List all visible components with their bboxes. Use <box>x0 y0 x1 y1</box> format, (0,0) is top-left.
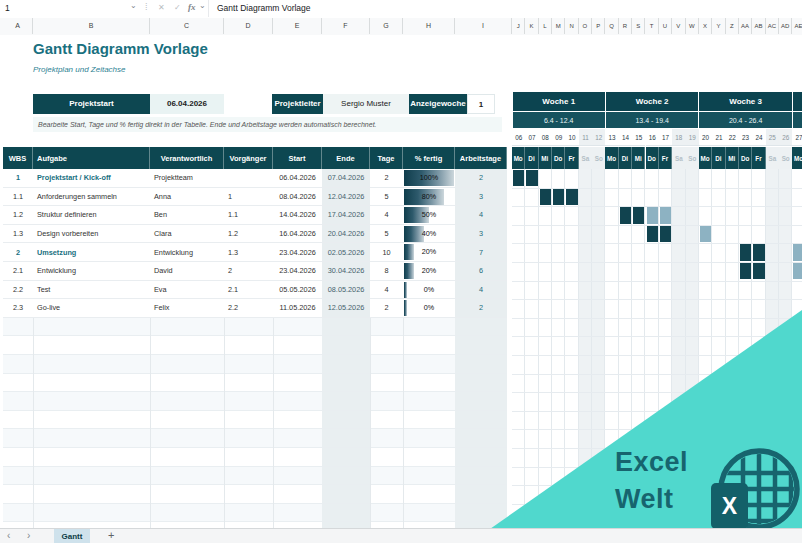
project-lead-value[interactable]: Sergio Muster <box>323 94 409 114</box>
cell-days[interactable]: 4 <box>370 281 403 300</box>
column-header-F[interactable]: F <box>322 18 370 34</box>
column-header-S[interactable]: S <box>632 18 645 34</box>
cell-task[interactable]: Go-live <box>33 299 150 318</box>
cell-task[interactable]: Anforderungen sammeln <box>33 188 150 207</box>
table-header-Aufgabe[interactable]: Aufgabe <box>33 147 150 169</box>
cell-days[interactable]: 2 <box>370 169 403 188</box>
cell-start[interactable]: 05.05.2026 <box>273 281 322 300</box>
gantt-column[interactable] <box>512 169 525 528</box>
cell-pred[interactable] <box>224 169 273 188</box>
confirm-icon[interactable]: ✓ <box>174 3 181 12</box>
table-header-Ende[interactable]: Ende <box>322 147 370 169</box>
progress-cell[interactable]: 40% <box>403 225 455 244</box>
column-header-AD[interactable]: AD <box>779 18 792 34</box>
cell-wbs[interactable]: 1.1 <box>3 188 33 207</box>
cell-task[interactable]: Entwicklung <box>33 262 150 281</box>
cell-start[interactable]: 06.04.2026 <box>273 169 322 188</box>
column-header-M[interactable]: M <box>552 18 565 34</box>
empty-row[interactable] <box>3 336 507 355</box>
cell-task[interactable]: Projektstart / Kick-off <box>33 169 150 188</box>
progress-cell[interactable]: 50% <box>403 206 455 225</box>
cell-days[interactable]: 8 <box>370 262 403 281</box>
cell-workdays[interactable]: 6 <box>455 262 507 281</box>
empty-row[interactable] <box>3 411 507 430</box>
cell-workdays[interactable]: 2 <box>455 299 507 318</box>
cell-start[interactable]: 14.04.2026 <box>273 206 322 225</box>
cell-pred[interactable]: 2 <box>224 262 273 281</box>
column-header-N[interactable]: N <box>565 18 578 34</box>
column-header-T[interactable]: T <box>646 18 659 34</box>
column-header-E[interactable]: E <box>273 18 322 34</box>
next-sheet-arrow[interactable]: › <box>27 529 30 543</box>
cell-wbs[interactable]: 1.3 <box>3 225 33 244</box>
empty-row[interactable] <box>3 485 507 504</box>
column-header-L[interactable]: L <box>539 18 552 34</box>
cell-end[interactable]: 17.04.2026 <box>322 206 370 225</box>
cell-start[interactable]: 08.04.2026 <box>273 188 322 207</box>
formula-input[interactable]: Gantt Diagramm Vorlage <box>208 0 802 17</box>
column-header-Z[interactable]: Z <box>726 18 739 34</box>
cell-owner[interactable]: Projektteam <box>150 169 224 188</box>
column-header-Y[interactable]: Y <box>712 18 725 34</box>
column-header-A[interactable]: A <box>3 18 33 34</box>
progress-cell[interactable]: 20% <box>403 262 455 281</box>
cell-pred[interactable]: 1.2 <box>224 225 273 244</box>
cell-wbs[interactable]: 2 <box>3 243 33 262</box>
cell-wbs[interactable]: 2.1 <box>3 262 33 281</box>
cell-workdays[interactable]: 4 <box>455 206 507 225</box>
cell-owner[interactable]: Clara <box>150 225 224 244</box>
empty-row[interactable] <box>3 504 507 523</box>
empty-row[interactable] <box>3 467 507 486</box>
column-header-AC[interactable]: AC <box>766 18 779 34</box>
cell-days[interactable]: 4 <box>370 206 403 225</box>
cell-pred[interactable]: 2.2 <box>224 299 273 318</box>
gantt-column[interactable] <box>552 169 565 528</box>
column-header-J[interactable]: J <box>512 18 525 34</box>
table-header-Start[interactable]: Start <box>273 147 322 169</box>
cell-end[interactable]: 07.04.2026 <box>322 169 370 188</box>
gantt-column[interactable] <box>539 169 552 528</box>
column-header-B[interactable]: B <box>33 18 150 34</box>
column-header-V[interactable]: V <box>672 18 685 34</box>
cell-task[interactable]: Design vorbereiten <box>33 225 150 244</box>
table-header-% fertig[interactable]: % fertig <box>403 147 455 169</box>
cell-start[interactable]: 11.05.2026 <box>273 299 322 318</box>
column-header-I[interactable]: I <box>455 18 512 34</box>
column-header-X[interactable]: X <box>699 18 712 34</box>
cell-task[interactable]: Umsetzung <box>33 243 150 262</box>
table-header-Arbeitstage[interactable]: Arbeitstage <box>455 147 507 169</box>
column-header-AE[interactable]: AE <box>792 18 802 34</box>
cell-owner[interactable]: David <box>150 262 224 281</box>
cell-owner[interactable]: Felix <box>150 299 224 318</box>
empty-row[interactable] <box>3 355 507 374</box>
progress-cell[interactable]: 20% <box>403 243 455 262</box>
cell-owner[interactable]: Anna <box>150 188 224 207</box>
cell-days[interactable]: 5 <box>370 225 403 244</box>
cell-start[interactable]: 23.04.2026 <box>273 262 322 281</box>
empty-row[interactable] <box>3 448 507 467</box>
empty-row[interactable] <box>3 318 507 337</box>
add-sheet-button[interactable]: + <box>108 529 114 543</box>
column-header-H[interactable]: H <box>403 18 455 34</box>
prev-sheet-arrow[interactable]: ‹ <box>7 529 10 543</box>
cell-start[interactable]: 16.04.2026 <box>273 225 322 244</box>
table-header-Verantwortlich[interactable]: Verantwortlich <box>150 147 224 169</box>
cancel-icon[interactable]: ✕ <box>158 3 165 12</box>
cell-workdays[interactable]: 3 <box>455 188 507 207</box>
gantt-column[interactable] <box>525 169 538 528</box>
table-header-WBS[interactable]: WBS <box>3 147 33 169</box>
cell-pred[interactable]: 2.1 <box>224 281 273 300</box>
cell-wbs[interactable]: 1 <box>3 169 33 188</box>
column-header-Q[interactable]: Q <box>605 18 618 34</box>
cell-end[interactable]: 02.05.2026 <box>322 243 370 262</box>
chevron-down-icon[interactable]: ⌄ <box>130 1 137 10</box>
cell-days[interactable]: 10 <box>370 243 403 262</box>
cell-task[interactable]: Test <box>33 281 150 300</box>
fx-icon[interactable]: fx <box>188 2 196 12</box>
column-header-R[interactable]: R <box>619 18 632 34</box>
spreadsheet-grid[interactable]: Gantt Diagramm Vorlage Projektplan und Z… <box>0 35 802 528</box>
cell-workdays[interactable]: 2 <box>455 169 507 188</box>
cell-start[interactable]: 23.04.2026 <box>273 243 322 262</box>
cell-owner[interactable]: Ben <box>150 206 224 225</box>
column-header-AB[interactable]: AB <box>752 18 765 34</box>
